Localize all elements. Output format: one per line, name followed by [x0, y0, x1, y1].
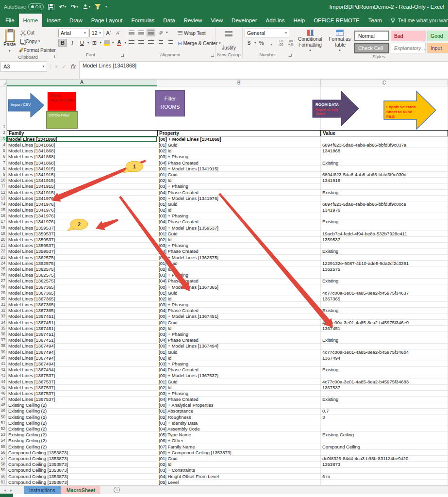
cell-A60[interactable]: Compound Ceiling [1353873]	[7, 474, 157, 480]
cell-B43[interactable]: [00] + Model Lines [1367537]	[157, 373, 321, 379]
cell-C9[interactable]: 6894f623-5da8-4ab8-ab66-bbfd3f9c030d	[321, 172, 448, 178]
cell-B57[interactable]: [01] Guid	[157, 456, 321, 462]
row-header-43[interactable]: 43	[0, 373, 7, 379]
row-header-29[interactable]: 29	[0, 290, 7, 296]
cell-B22[interactable]: [04] Phase Created	[157, 249, 321, 255]
cell-C41[interactable]	[321, 361, 448, 367]
row-header-14[interactable]: 14	[0, 201, 7, 207]
touch-mode-button[interactable]: ▾	[83, 4, 90, 10]
cell-B20[interactable]: [02] Id	[157, 237, 321, 243]
cell-C2[interactable]: Value	[321, 130, 448, 136]
cell-A44[interactable]: Model Lines [1367537]	[7, 379, 157, 385]
cell-A39[interactable]: Model Lines [1367494]	[7, 349, 157, 355]
import-csv-button[interactable]: Import CSV	[8, 92, 45, 118]
row-header-52[interactable]: 52	[0, 426, 7, 432]
style-bad[interactable]: Bad	[391, 31, 426, 41]
merge-center-button[interactable]: ⊟ Merge & Center▾	[177, 39, 222, 47]
cell-B47[interactable]: [04] Phase Created	[157, 397, 321, 402]
prev-sheet-icon[interactable]: ◂	[4, 488, 6, 493]
cell-B21[interactable]: [03] + Phasing	[157, 243, 321, 248]
tab-file[interactable]: File	[1, 14, 19, 27]
cell-A27[interactable]: Model Lines [1362575]	[7, 279, 157, 284]
cut-button[interactable]: Cut	[19, 29, 57, 36]
autosave-toggle[interactable]: AutoSave Off	[4, 3, 44, 10]
delete-imported-data-button[interactable]: Delete Imported Data	[48, 92, 76, 111]
cell-A25[interactable]: Model Lines [1362575]	[7, 266, 157, 272]
cell-A12[interactable]: Model Lines [1341915]	[7, 190, 157, 196]
cell-B45[interactable]: [02] Id	[157, 385, 321, 391]
style-check[interactable]: Check Cell	[354, 43, 389, 53]
cell-C33[interactable]	[321, 314, 448, 320]
row-header-28[interactable]: 28	[0, 284, 7, 290]
row-header-20[interactable]: 20	[0, 237, 7, 243]
cell-C53[interactable]: Existing Ceiling	[321, 432, 448, 438]
tab-view[interactable]: View	[206, 14, 227, 27]
cell-B36[interactable]: [03] + Phasing	[157, 331, 321, 337]
cell-A2[interactable]: Family	[7, 130, 157, 136]
cell-A56[interactable]: Compound Ceiling [1353873]	[7, 450, 157, 456]
cell-C49[interactable]: 0.7	[321, 409, 448, 414]
cell-A51[interactable]: Existing Ceiling (2)	[7, 420, 157, 426]
row-header-31[interactable]: 31	[0, 302, 7, 308]
column-header-c[interactable]: C	[321, 80, 448, 86]
customize-qat-button[interactable]: ▾	[105, 5, 107, 9]
cell-A29[interactable]: Model Lines [1367365]	[7, 290, 157, 296]
cell-B23[interactable]: [00] + Model Lines [1362575]	[157, 255, 321, 261]
cell-B19[interactable]: [01] Guid	[157, 231, 321, 237]
cell-B17[interactable]: [04] Phase Created	[157, 219, 321, 225]
cell-C34[interactable]: 4c77c00a-3e01-4a85-8ea2-b45975f346e9	[321, 320, 448, 326]
tab-data[interactable]: Data	[159, 14, 179, 27]
sheet-tab-instructions[interactable]: Instructions	[24, 486, 61, 494]
cell-A34[interactable]: Model Lines [1367451]	[7, 320, 157, 326]
row-header-26[interactable]: 26	[0, 272, 7, 278]
cell-C52[interactable]	[321, 426, 448, 432]
cell-A24[interactable]: Model Lines [1362575]	[7, 261, 157, 266]
cell-A38[interactable]: Model Lines [1367494]	[7, 344, 157, 349]
cell-B50[interactable]: [02] Roughness	[157, 414, 321, 420]
cell-B4[interactable]: [01] Guid	[157, 142, 321, 148]
cell-C8[interactable]	[321, 166, 448, 172]
export-selected-sheet-button[interactable]: Export Selected Sheet to NEW FILE	[383, 90, 437, 130]
cell-C5[interactable]: 1341868	[321, 148, 448, 154]
row-header-5[interactable]: 5	[0, 148, 7, 154]
cell-A45[interactable]: Model Lines [1367537]	[7, 385, 157, 391]
row-header-60[interactable]: 60	[0, 474, 7, 480]
row-header-18[interactable]: 18	[0, 225, 7, 231]
row-header-4[interactable]: 4	[0, 142, 7, 148]
cell-C28[interactable]	[321, 284, 448, 290]
cell-B52[interactable]: [04] Assembly Code	[157, 426, 321, 432]
cell-C59[interactable]	[321, 468, 448, 474]
cell-A23[interactable]: Model Lines [1362575]	[7, 255, 157, 261]
row-header-13[interactable]: 13	[0, 196, 7, 201]
font-dialog-launcher[interactable]	[121, 54, 124, 57]
cell-C15[interactable]: 1341976	[321, 207, 448, 213]
cell-A54[interactable]: Existing Ceiling (2)	[7, 438, 157, 444]
middle-align-button[interactable]	[137, 29, 146, 36]
top-align-button[interactable]	[127, 29, 136, 36]
justify-button[interactable]: Justify	[220, 29, 237, 51]
cell-B15[interactable]: [02] Id	[157, 207, 321, 213]
font-color-button[interactable]: A	[115, 39, 124, 47]
cell-C17[interactable]: Existing	[321, 219, 448, 225]
cell-B25[interactable]: [02] Id	[157, 266, 321, 272]
cell-B59[interactable]: [03] + Constraints	[157, 468, 321, 474]
row-header-51[interactable]: 51	[0, 420, 7, 426]
undo-button[interactable]: ↶▾	[59, 4, 66, 10]
cell-C27[interactable]: Existing	[321, 279, 448, 284]
row-header-32[interactable]: 32	[0, 308, 7, 314]
cell-A57[interactable]: Compound Ceiling [1353873]	[7, 456, 157, 462]
cell-C30[interactable]: 1367365	[321, 296, 448, 302]
tab-office-remote[interactable]: OFFICE REMOTE	[309, 14, 364, 27]
cell-C42[interactable]: Existing	[321, 367, 448, 373]
clipboard-dialog-launcher[interactable]	[52, 55, 55, 58]
row-header-45[interactable]: 45	[0, 385, 7, 391]
row-header-2[interactable]: 2	[0, 130, 7, 136]
cell-B61[interactable]: [05] Level	[157, 480, 321, 485]
align-center-button[interactable]	[137, 38, 146, 46]
cell-C4[interactable]: 6894f623-5da8-4ab8-ab66-bbfd3f9c037a	[321, 142, 448, 148]
cell-A37[interactable]: Model Lines [1367451]	[7, 337, 157, 343]
room-data-export-button[interactable]: ROOM DATA Export to new Sheet	[312, 90, 359, 127]
cell-B46[interactable]: [03] + Phasing	[157, 391, 321, 397]
row-header-11[interactable]: 11	[0, 184, 7, 190]
cell-B16[interactable]: [03] + Phasing	[157, 213, 321, 219]
